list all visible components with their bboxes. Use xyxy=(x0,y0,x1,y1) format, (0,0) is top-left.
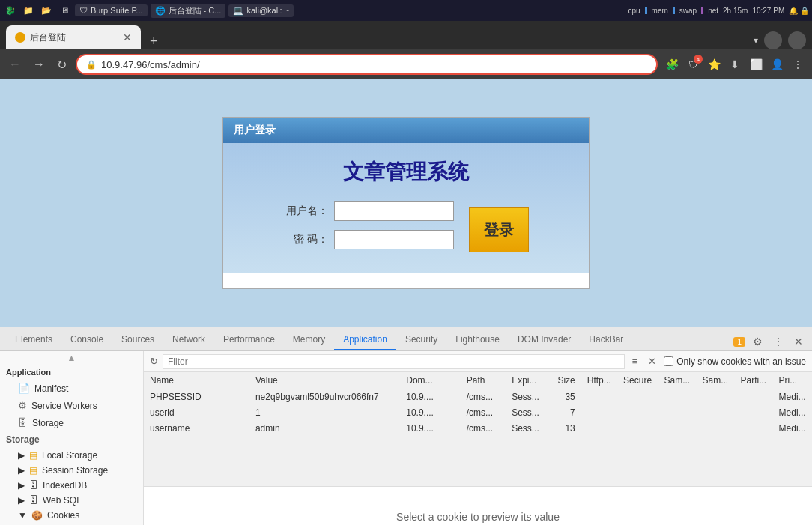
menu-icon[interactable]: ⋮ xyxy=(790,56,806,73)
extensions-icon[interactable]: 🧩 xyxy=(664,56,680,73)
tab-security[interactable]: Security xyxy=(396,330,446,350)
devtools-tab-actions: 1 ⚙ ⋮ ✕ xyxy=(733,333,806,350)
cell-partition xyxy=(735,405,773,421)
session-storage-label: Session Storage xyxy=(42,465,108,476)
table-row[interactable]: PHPSESSID ne2q9bgvaml50b9uhvcr066fn7 10.… xyxy=(144,389,812,405)
terminal-app[interactable]: 💻 kali@kali: ~ xyxy=(228,4,294,17)
web-sql-chevron: ▶ xyxy=(18,495,25,506)
cell-expires: Sess... xyxy=(506,405,551,421)
cookie-table: Name Value Dom... Path Expi... Size Http… xyxy=(144,372,812,486)
cell-domain: 10.9.... xyxy=(400,389,461,405)
only-issues-text: Only show cookies with an issue xyxy=(676,356,806,367)
devtools-body: ▲ Application 📄 Manifest ⚙ Service Worke… xyxy=(0,351,812,525)
password-input[interactable] xyxy=(334,230,454,249)
download-icon[interactable]: ⬇ xyxy=(727,56,743,73)
kali-icon[interactable]: 🐉 xyxy=(3,3,18,18)
cell-secure xyxy=(617,389,658,405)
username-row: 用户名： xyxy=(283,201,454,221)
login-container: 用户登录 文章管理系统 用户名： 密 码： 登录 xyxy=(222,117,590,289)
burp-ext-icon[interactable]: 🛡 4 xyxy=(685,56,701,73)
cell-http xyxy=(581,405,617,421)
local-storage-label: Local Storage xyxy=(42,450,97,461)
min-circle[interactable] xyxy=(764,31,782,49)
mem-stat: mem xyxy=(652,7,668,15)
cell-domain: 10.9.... xyxy=(400,405,461,421)
storage-section-label: Storage xyxy=(6,434,40,445)
password-label: 密 码： xyxy=(283,233,328,246)
browser-app[interactable]: 🌐 后台登陆 - C... xyxy=(151,4,226,18)
cell-partition xyxy=(735,421,773,437)
col-header-samesite: Sam... xyxy=(658,372,696,389)
manifest-label: Manifest xyxy=(34,383,68,394)
tab-favicon xyxy=(15,32,25,43)
sidebar-scroll-up[interactable]: ▲ xyxy=(0,351,143,365)
max-circle[interactable] xyxy=(788,31,806,49)
storage-label: Storage xyxy=(32,418,64,428)
tab-elements[interactable]: Elements xyxy=(6,330,61,350)
sidebar-item-service-workers[interactable]: ⚙ Service Workers xyxy=(0,397,143,414)
sidebar-item-local-storage[interactable]: ▶ ▤ Local Storage xyxy=(0,448,143,463)
devtools-settings-icon[interactable]: ⚙ xyxy=(750,333,766,350)
burpsuite-icon: 🛡 xyxy=(79,6,88,15)
back-button[interactable]: ← xyxy=(6,55,24,74)
tab-sources[interactable]: Sources xyxy=(112,330,163,350)
folder-icon2[interactable]: 📂 xyxy=(39,3,54,18)
tab-application[interactable]: Application xyxy=(334,330,396,350)
burpsuite-app[interactable]: 🛡 Burp Suite P... xyxy=(75,4,148,16)
sidebar-item-cookies[interactable]: ▼ 🍪 Cookies xyxy=(0,508,143,523)
tab-network[interactable]: Network xyxy=(163,330,214,350)
forward-button[interactable]: → xyxy=(30,55,48,74)
col-header-priority: Pri... xyxy=(773,372,812,389)
only-issues-label[interactable]: Only show cookies with an issue xyxy=(664,356,806,367)
cookie-toolbar: ↻ ≡ ✕ Only show cookies with an issue xyxy=(144,351,812,372)
terminal-icon[interactable]: 🖥 xyxy=(57,3,72,18)
address-bar-container[interactable]: 🔒 xyxy=(76,54,658,75)
time-stat: 2h 15m xyxy=(723,7,748,15)
tab-console[interactable]: Console xyxy=(61,330,112,350)
tab-icon[interactable]: ⬜ xyxy=(748,56,764,73)
new-tab-button[interactable]: + xyxy=(144,34,164,49)
table-row[interactable]: username admin 10.9.... /cms... Sess... … xyxy=(144,421,812,437)
cookie-refresh-btn[interactable]: ↻ xyxy=(150,356,158,367)
sidebar-item-manifest[interactable]: 📄 Manifest xyxy=(0,380,143,397)
cell-samesite xyxy=(658,405,696,421)
col-header-size: Size xyxy=(551,372,581,389)
cell-priority: Medi... xyxy=(773,405,812,421)
tab-memory[interactable]: Memory xyxy=(284,330,334,350)
bookmark-icon[interactable]: ⭐ xyxy=(706,56,722,73)
devtools-close-icon[interactable]: ✕ xyxy=(791,333,806,350)
col-header-expires: Expi... xyxy=(506,372,551,389)
username-input[interactable] xyxy=(334,201,454,221)
col-header-name: Name xyxy=(144,372,249,389)
tray-icons: 🔔 🔒 xyxy=(789,7,809,15)
cookie-clear-btn[interactable]: ≡ xyxy=(629,354,641,368)
sidebar-item-web-sql[interactable]: ▶ 🗄 Web SQL xyxy=(0,493,143,508)
cell-expires: Sess... xyxy=(506,421,551,437)
form-fields: 用户名： 密 码： xyxy=(283,201,454,258)
tab-hackbar[interactable]: HackBar xyxy=(580,330,632,350)
folder-icon1[interactable]: 📁 xyxy=(21,3,36,18)
only-issues-checkbox[interactable] xyxy=(664,356,673,366)
browser-tab-active[interactable]: 后台登陆 ✕ xyxy=(6,25,141,49)
sidebar-item-storage[interactable]: 🗄 Storage xyxy=(0,414,143,431)
sidebar-item-session-storage[interactable]: ▶ ▤ Session Storage xyxy=(0,463,143,478)
login-button[interactable]: 登录 xyxy=(469,207,529,252)
refresh-button[interactable]: ↻ xyxy=(54,55,70,75)
tab-performance[interactable]: Performance xyxy=(214,330,284,350)
minimize-btn[interactable]: ▾ xyxy=(754,35,758,46)
address-input[interactable] xyxy=(101,59,647,70)
tab-close-btn[interactable]: ✕ xyxy=(123,31,132,43)
table-row[interactable]: userid 1 10.9.... /cms... Sess... 7 Medi… xyxy=(144,405,812,421)
devtools-more-icon[interactable]: ⋮ xyxy=(770,333,787,350)
profile-icon[interactable]: 👤 xyxy=(769,56,785,73)
col-header-path: Path xyxy=(461,372,506,389)
cookie-filter-input[interactable] xyxy=(163,354,625,369)
tab-dom-invader[interactable]: DOM Invader xyxy=(509,330,580,350)
cookie-delete-btn[interactable]: ✕ xyxy=(645,354,659,368)
browser-app-label: 后台登陆 - C... xyxy=(169,5,222,16)
cell-priority: Medi... xyxy=(773,389,812,405)
lock-icon: 🔒 xyxy=(86,60,97,70)
login-header-text: 用户登录 xyxy=(234,124,276,136)
sidebar-item-indexeddb[interactable]: ▶ 🗄 IndexedDB xyxy=(0,478,143,493)
tab-lighthouse[interactable]: Lighthouse xyxy=(446,330,509,350)
